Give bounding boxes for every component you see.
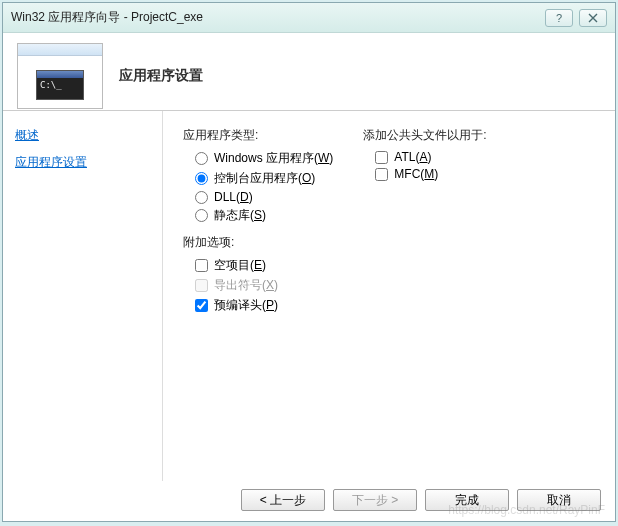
wizard-header: C:\_ 应用程序设置 — [3, 33, 615, 111]
main-panel: 应用程序类型: Windows 应用程序(W) 控制台应用程序(O) DLL(D… — [163, 111, 615, 481]
wizard-body: 概述 应用程序设置 应用程序类型: Windows 应用程序(W) 控制台应用程… — [3, 111, 615, 481]
prev-button[interactable]: < 上一步 — [241, 489, 325, 511]
finish-button[interactable]: 完成 — [425, 489, 509, 511]
window-title: Win32 应用程序向导 - ProjectC_exe — [11, 9, 539, 26]
sidebar-item-app-settings[interactable]: 应用程序设置 — [15, 154, 150, 171]
sidebar: 概述 应用程序设置 — [3, 111, 163, 481]
headers-label: 添加公共头文件以用于: — [363, 127, 486, 144]
check-empty-project[interactable]: 空项目(E) — [195, 257, 333, 274]
cancel-button[interactable]: 取消 — [517, 489, 601, 511]
radio-console-label: 控制台应用程序(O) — [214, 170, 315, 187]
radio-dll[interactable]: DLL(D) — [195, 190, 333, 204]
radio-console-input[interactable] — [195, 172, 208, 185]
check-atl-label: ATL(A) — [394, 150, 431, 164]
addl-label: 附加选项: — [183, 234, 333, 251]
radio-static[interactable]: 静态库(S) — [195, 207, 333, 224]
page-title: 应用程序设置 — [119, 67, 203, 85]
col-left: 应用程序类型: Windows 应用程序(W) 控制台应用程序(O) DLL(D… — [183, 127, 333, 465]
radio-dll-label: DLL(D) — [214, 190, 253, 204]
radio-windows-input[interactable] — [195, 152, 208, 165]
check-export-symbols: 导出符号(X) — [195, 277, 333, 294]
radio-dll-input[interactable] — [195, 191, 208, 204]
wizard-icon: C:\_ — [17, 43, 103, 109]
titlebar: Win32 应用程序向导 - ProjectC_exe ? — [3, 3, 615, 33]
app-type-label: 应用程序类型: — [183, 127, 333, 144]
check-empty-input[interactable] — [195, 259, 208, 272]
check-atl[interactable]: ATL(A) — [375, 150, 486, 164]
check-export-input — [195, 279, 208, 292]
radio-console-app[interactable]: 控制台应用程序(O) — [195, 170, 333, 187]
sidebar-item-overview[interactable]: 概述 — [15, 127, 150, 144]
button-row: < 上一步 下一步 > 完成 取消 — [241, 489, 601, 511]
check-atl-input[interactable] — [375, 151, 388, 164]
help-button[interactable]: ? — [545, 9, 573, 27]
radio-windows-app[interactable]: Windows 应用程序(W) — [195, 150, 333, 167]
check-mfc-input[interactable] — [375, 168, 388, 181]
close-button[interactable] — [579, 9, 607, 27]
check-precompiled-header[interactable]: 预编译头(P) — [195, 297, 333, 314]
radio-windows-label: Windows 应用程序(W) — [214, 150, 333, 167]
wizard-window: Win32 应用程序向导 - ProjectC_exe ? C:\_ 应用程序设… — [2, 2, 616, 522]
check-empty-label: 空项目(E) — [214, 257, 266, 274]
next-button: 下一步 > — [333, 489, 417, 511]
radio-static-input[interactable] — [195, 209, 208, 222]
check-pch-label: 预编译头(P) — [214, 297, 278, 314]
close-icon — [588, 13, 598, 23]
check-export-label: 导出符号(X) — [214, 277, 278, 294]
check-mfc[interactable]: MFC(M) — [375, 167, 486, 181]
check-pch-input[interactable] — [195, 299, 208, 312]
col-right: 添加公共头文件以用于: ATL(A) MFC(M) — [363, 127, 486, 465]
check-mfc-label: MFC(M) — [394, 167, 438, 181]
radio-static-label: 静态库(S) — [214, 207, 266, 224]
